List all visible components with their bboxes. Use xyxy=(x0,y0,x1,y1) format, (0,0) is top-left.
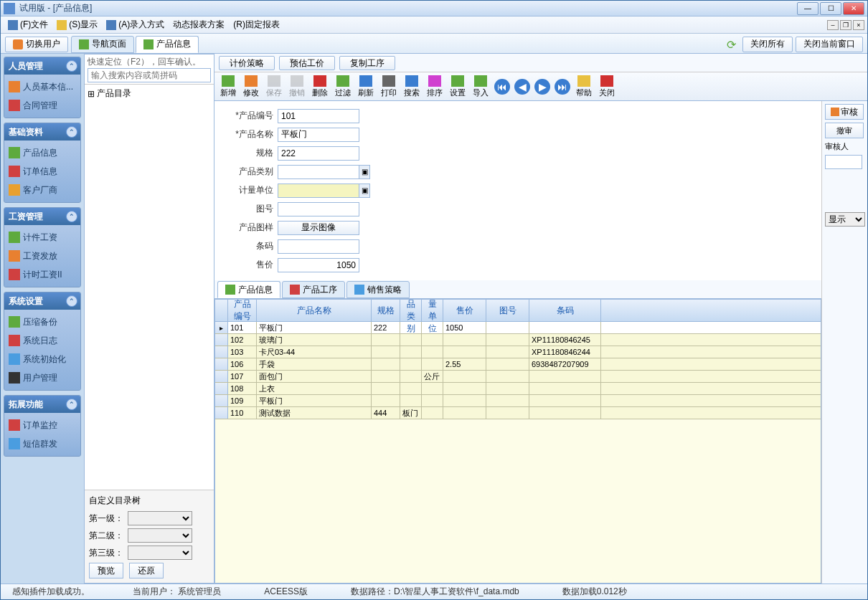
level1-select[interactable] xyxy=(128,511,192,525)
nav-item[interactable]: 系统初始化 xyxy=(6,350,79,368)
tree-root-node[interactable]: ⊞ 产品目录 xyxy=(88,87,211,100)
toolbar-关闭[interactable]: 关闭 xyxy=(596,74,618,100)
toolbar-删除[interactable]: 删除 xyxy=(309,74,331,100)
maximize-button[interactable]: ☐ xyxy=(820,2,841,15)
nav-group-header[interactable]: 拓展功能⌃ xyxy=(4,396,80,413)
product-name-input[interactable] xyxy=(278,128,359,142)
toolbar-新增[interactable]: 新增 xyxy=(217,74,239,100)
nav-item[interactable]: 用户管理 xyxy=(6,368,79,387)
table-row[interactable]: 110测试数据444板门 xyxy=(215,407,821,419)
switch-user-button[interactable]: 切换用户 xyxy=(5,37,68,52)
toolbar-帮助[interactable]: 帮助 xyxy=(573,74,595,100)
nav-item[interactable]: 工资发放 xyxy=(6,247,79,265)
expand-icon: ⊞ xyxy=(88,89,95,99)
nav-group-header[interactable]: 系统设置⌃ xyxy=(4,292,80,310)
table-row[interactable]: 106手袋2.556938487207909 xyxy=(215,358,821,371)
menu-item[interactable]: (R)固定报表 xyxy=(229,19,284,31)
price-input[interactable] xyxy=(278,258,359,272)
nav-item[interactable]: 计时工资II xyxy=(6,265,79,284)
toolbar-打印[interactable]: 打印 xyxy=(378,74,400,100)
menu-item[interactable]: 动态报表方案 xyxy=(169,19,229,31)
toolbar-导入[interactable]: 导入 xyxy=(470,74,491,100)
table-row[interactable]: 103卡尺03-44XP11180846244 xyxy=(215,346,821,358)
category-input[interactable] xyxy=(278,165,359,179)
unit-input[interactable] xyxy=(278,184,359,198)
menu-item[interactable]: (S)显示 xyxy=(52,19,102,31)
column-header[interactable]: 产品名称 xyxy=(257,300,372,321)
tree-search-input[interactable] xyxy=(88,68,211,82)
preview-button[interactable]: 预览 xyxy=(89,563,123,578)
nav-item[interactable]: 订单信息 xyxy=(6,162,79,181)
action-button[interactable]: 预估工价 xyxy=(279,56,335,70)
action-button[interactable]: 计价策略 xyxy=(219,56,275,70)
action-button[interactable]: 复制工序 xyxy=(339,56,395,70)
nav-item[interactable]: 客户厂商 xyxy=(6,181,79,199)
mdi-minimize-button[interactable]: – xyxy=(827,20,839,30)
nav-item[interactable]: 产品信息 xyxy=(6,143,79,162)
nav-arrow[interactable]: ⏮ xyxy=(494,79,510,95)
mdi-restore-button[interactable]: ❐ xyxy=(840,20,852,30)
nav-item[interactable]: 人员基本信... xyxy=(6,77,79,96)
table-row[interactable]: 109平板门 xyxy=(215,395,821,407)
barcode-input[interactable] xyxy=(278,239,359,254)
restore-button[interactable]: 还原 xyxy=(129,563,164,578)
nav-group-header[interactable]: 基础资料⌃ xyxy=(4,123,80,141)
approve-button[interactable]: 审核 xyxy=(825,104,864,120)
toolbar-排序[interactable]: 排序 xyxy=(424,74,445,100)
toolbar-过滤[interactable]: 过滤 xyxy=(332,74,354,100)
nav-item[interactable]: 计件工资 xyxy=(6,228,79,247)
data-grid[interactable]: 产品编号产品名称规格产品类别计量单位售价图号条码 ▸101平板门22210501… xyxy=(214,299,821,584)
approver-input[interactable] xyxy=(825,155,862,169)
menu-item[interactable]: (A)录入方式 xyxy=(102,19,169,31)
close-all-button[interactable]: 关闭所有 xyxy=(742,37,793,52)
column-header[interactable]: 售价 xyxy=(443,300,486,321)
close-button[interactable]: ✕ xyxy=(843,2,864,15)
display-select[interactable]: 显示 xyxy=(825,212,865,227)
nav-item[interactable]: 合同管理 xyxy=(6,96,79,115)
drawing-input[interactable] xyxy=(278,202,359,216)
table-row[interactable]: ▸101平板门2221050 xyxy=(215,322,821,334)
unit-picker-icon[interactable]: ▣ xyxy=(359,184,370,198)
toolbar-搜索[interactable]: 搜索 xyxy=(401,74,423,100)
column-header[interactable]: 规格 xyxy=(372,300,400,321)
detail-tab[interactable]: 产品工序 xyxy=(282,281,345,298)
mdi-close-button[interactable]: × xyxy=(853,20,864,30)
detail-tab[interactable]: 销售策略 xyxy=(346,281,410,298)
detail-tab[interactable]: 产品信息 xyxy=(217,281,280,298)
toolbar-设置[interactable]: 设置 xyxy=(447,74,468,100)
level2-select[interactable] xyxy=(128,528,192,543)
menu-item[interactable]: (F)文件 xyxy=(4,19,52,31)
column-header[interactable]: 产品类别 xyxy=(400,300,422,321)
table-row[interactable]: 102玻璃门XP11180846245 xyxy=(215,334,821,346)
level3-select[interactable] xyxy=(128,546,192,560)
refresh-icon[interactable]: ⟳ xyxy=(727,38,740,51)
table-row[interactable]: 107面包门公斤 xyxy=(215,371,821,383)
column-header[interactable]: 条码 xyxy=(529,300,601,321)
product-code-input[interactable] xyxy=(278,109,359,123)
nav-item[interactable]: 系统日志 xyxy=(6,331,79,350)
column-header[interactable]: 产品编号 xyxy=(228,300,257,321)
menu-icon xyxy=(57,20,67,30)
nav-arrow[interactable]: ◀ xyxy=(514,79,530,95)
revoke-button[interactable]: 撤审 xyxy=(825,123,864,138)
table-row[interactable]: 108上衣 xyxy=(215,383,821,395)
toolbar-刷新[interactable]: 刷新 xyxy=(355,74,377,100)
doc-tab[interactable]: 产品信息 xyxy=(136,36,199,53)
toolbar-icon xyxy=(428,75,441,87)
nav-arrow[interactable]: ▶ xyxy=(534,79,550,95)
toolbar-修改[interactable]: 修改 xyxy=(240,74,262,100)
nav-item[interactable]: 订单监控 xyxy=(6,416,79,434)
column-header[interactable]: 图号 xyxy=(486,300,529,321)
nav-group-header[interactable]: 人员管理⌃ xyxy=(4,57,80,75)
minimize-button[interactable]: — xyxy=(797,2,819,15)
column-header[interactable]: 计量单位 xyxy=(422,300,443,321)
nav-item[interactable]: 压缩备份 xyxy=(6,313,79,331)
show-image-button[interactable]: 显示图像 xyxy=(278,221,359,235)
category-picker-icon[interactable]: ▣ xyxy=(359,165,370,179)
close-current-button[interactable]: 关闭当前窗口 xyxy=(796,37,863,52)
nav-item[interactable]: 短信群发 xyxy=(6,434,79,453)
doc-tab[interactable]: 导航页面 xyxy=(71,36,134,53)
spec-input[interactable] xyxy=(278,146,359,161)
nav-group-header[interactable]: 工资管理⌃ xyxy=(4,208,80,225)
nav-arrow[interactable]: ⏭ xyxy=(555,79,570,95)
